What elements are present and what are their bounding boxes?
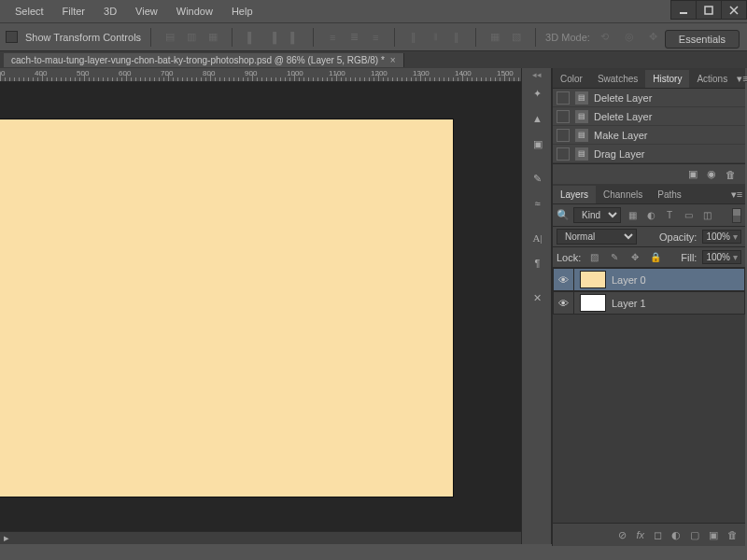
history-step-icon: ▤ — [575, 129, 588, 142]
collapsed-panel-dock: ◂◂ ✦ ▲ ▣ ✎ ≈ A| ¶ ✕ — [521, 68, 552, 544]
menu-help[interactable]: Help — [222, 6, 262, 17]
menu-3d[interactable]: 3D — [94, 6, 126, 17]
brush-presets-panel-icon[interactable]: ≈ — [522, 191, 553, 217]
align-vcenter-icon[interactable]: ▥ — [182, 28, 201, 47]
info-panel-icon[interactable]: ▣ — [522, 132, 553, 157]
fill-field[interactable]: 100%▾ — [702, 250, 741, 264]
brush-panel-icon[interactable]: ✎ — [522, 166, 553, 191]
show-transform-checkbox[interactable] — [6, 31, 18, 43]
lock-transparent-icon[interactable]: ▨ — [586, 250, 601, 265]
new-doc-state-icon[interactable]: ▣ — [688, 168, 698, 180]
blend-row: Normal Opacity: 100%▾ — [553, 227, 745, 247]
align-left-icon[interactable]: ▌ — [242, 28, 261, 47]
histogram-panel-icon[interactable]: ▲ — [522, 106, 553, 132]
filter-type-icon[interactable]: T — [662, 208, 677, 223]
filter-search-icon[interactable]: 🔍 — [557, 209, 570, 221]
menu-view[interactable]: View — [126, 6, 167, 17]
layers-panel-menu-icon[interactable]: ▾≡ — [728, 186, 745, 203]
history-item[interactable]: ▤Delete Layer — [553, 107, 745, 126]
tab-paths[interactable]: Paths — [650, 186, 689, 203]
filter-smart-icon[interactable]: ◫ — [699, 208, 714, 223]
3d-pan-icon[interactable]: ✥ — [644, 28, 663, 47]
distribute-v1-icon[interactable]: ≡ — [323, 28, 342, 47]
minimize-button[interactable] — [670, 0, 697, 20]
layer-name[interactable]: Layer 0 — [612, 274, 646, 286]
canvas[interactable] — [0, 119, 453, 497]
align-top-icon[interactable]: ▤ — [161, 28, 179, 47]
layer-row[interactable]: 👁Layer 1 — [553, 291, 745, 315]
tab-channels[interactable]: Channels — [596, 186, 650, 203]
distribute-h3-icon[interactable]: ‖ — [447, 28, 466, 47]
delete-state-icon[interactable]: 🗑 — [726, 169, 736, 180]
history-footer: ▣ ◉ 🗑 — [553, 163, 745, 184]
distribute-v3-icon[interactable]: ≡ — [366, 28, 385, 47]
3d-mode-label: 3D Mode: — [545, 32, 590, 43]
tab-layers[interactable]: Layers — [553, 186, 596, 203]
3d-roll-icon[interactable]: ◎ — [620, 28, 639, 47]
history-item[interactable]: ▤Drag Layer — [553, 145, 745, 163]
filter-kind-select[interactable]: Kind — [573, 207, 621, 223]
lock-pixels-icon[interactable]: ✎ — [607, 250, 622, 265]
link-layers-icon[interactable]: ⊘ — [618, 529, 627, 541]
close-tab-icon[interactable]: × — [390, 55, 396, 65]
3d-orbit-icon[interactable]: ⟲ — [596, 28, 614, 47]
distribute-v2-icon[interactable]: ≣ — [345, 28, 363, 47]
history-step-icon: ▤ — [575, 110, 588, 123]
panel-menu-icon[interactable]: ▾≡ — [735, 70, 747, 88]
lock-position-icon[interactable]: ✥ — [627, 250, 642, 265]
snapshot-icon[interactable]: ◉ — [707, 168, 716, 180]
tab-history[interactable]: History — [645, 70, 689, 88]
opacity-field[interactable]: 100%▾ — [702, 230, 741, 244]
autoalign-icon[interactable]: ▦ — [486, 28, 504, 47]
adjustment-layer-icon[interactable]: ◐ — [671, 529, 681, 541]
document-tab[interactable]: cach-to-mau-tung-layer-vung-chon-bat-ky-… — [4, 53, 404, 67]
paragraph-panel-icon[interactable]: ¶ — [522, 251, 553, 276]
navigator-panel-icon[interactable]: ✦ — [522, 81, 553, 106]
layer-thumbnail[interactable] — [580, 271, 606, 288]
align-hcenter-icon[interactable]: ▐ — [263, 28, 282, 47]
filter-toggle[interactable] — [732, 208, 741, 223]
show-transform-label: Show Transform Controls — [25, 32, 141, 43]
tab-actions[interactable]: Actions — [689, 70, 735, 88]
tools-panel-icon[interactable]: ✕ — [522, 286, 553, 311]
blend-mode-select[interactable]: Normal — [557, 229, 637, 245]
distribute-h1-icon[interactable]: ‖ — [404, 28, 423, 47]
menu-select[interactable]: Select — [6, 6, 53, 17]
layer-thumbnail[interactable] — [580, 294, 606, 312]
svg-rect-1 — [705, 7, 712, 14]
delete-layer-icon[interactable]: 🗑 — [727, 529, 738, 540]
align-bottom-icon[interactable]: ▦ — [204, 28, 222, 47]
character-panel-icon[interactable]: A| — [522, 226, 553, 251]
layer-filter-bar: 🔍 Kind ▦ ◐ T ▭ ◫ — [553, 204, 745, 227]
autoblend-icon[interactable]: ▧ — [507, 28, 526, 47]
menu-filter[interactable]: Filter — [53, 6, 94, 17]
history-panel: ▤Delete Layer ▤Delete Layer ▤Make Layer … — [553, 89, 745, 163]
tab-swatches[interactable]: Swatches — [590, 70, 645, 88]
filter-shape-icon[interactable]: ▭ — [681, 208, 696, 223]
visibility-toggle-icon[interactable]: 👁 — [554, 269, 574, 290]
dock-expand-icon[interactable]: ◂◂ — [522, 68, 551, 81]
horizontal-scrollbar[interactable]: ▸ — [0, 531, 521, 544]
history-item[interactable]: ▤Make Layer — [553, 126, 745, 145]
lock-all-icon[interactable]: 🔒 — [648, 250, 663, 265]
visibility-toggle-icon[interactable]: 👁 — [554, 292, 574, 314]
align-right-icon[interactable]: ▌ — [285, 28, 303, 47]
history-item[interactable]: ▤Delete Layer — [553, 89, 745, 107]
distribute-h2-icon[interactable]: ⦀ — [426, 28, 444, 47]
layer-name[interactable]: Layer 1 — [612, 298, 646, 309]
tab-color[interactable]: Color — [553, 70, 590, 88]
layer-mask-icon[interactable]: ◻ — [654, 529, 662, 541]
workspace-switcher[interactable]: Essentials — [665, 30, 740, 49]
layer-fx-icon[interactable]: fx — [636, 529, 644, 540]
maximize-button[interactable] — [696, 0, 722, 20]
svg-rect-0 — [680, 12, 687, 14]
layer-row[interactable]: 👁Layer 0 — [553, 268, 745, 291]
group-layers-icon[interactable]: ▢ — [690, 529, 699, 541]
menu-window[interactable]: Window — [167, 6, 222, 17]
filter-pixel-icon[interactable]: ▦ — [625, 208, 640, 223]
scroll-left-icon[interactable]: ▸ — [0, 532, 13, 545]
new-layer-icon[interactable]: ▣ — [709, 529, 718, 541]
filter-adjust-icon[interactable]: ◐ — [643, 208, 658, 223]
close-button[interactable] — [721, 0, 747, 20]
top-panel-tabs: Color Swatches History Actions ▾≡ — [553, 68, 745, 89]
